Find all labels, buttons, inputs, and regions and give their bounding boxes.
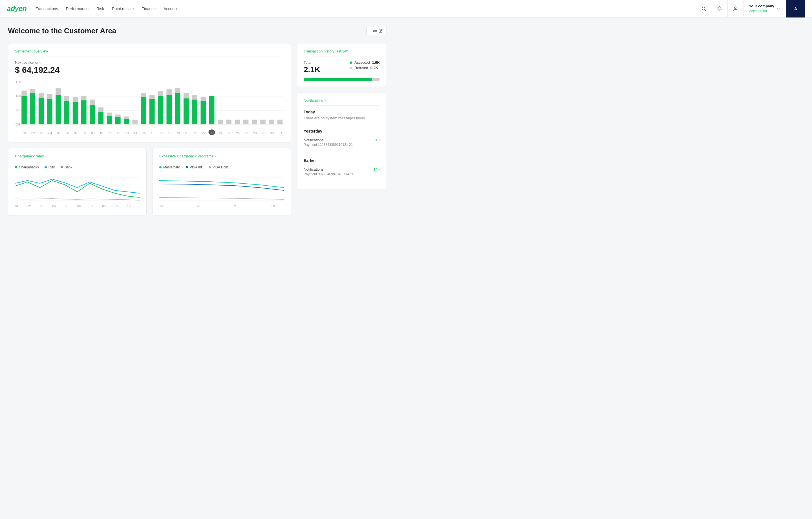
total-value: 2.1K <box>303 65 320 74</box>
svg-text:18: 18 <box>168 132 171 135</box>
svg-text:0M: 0M <box>16 123 20 126</box>
txn-bar-refused <box>372 78 380 81</box>
earlier-notif-row: Notifications Payment 9872340987342 7347… <box>303 164 380 179</box>
visa-dom-label: VISA Dom. <box>212 165 229 169</box>
svg-text:11: 11 <box>108 132 112 135</box>
svg-text:12: 12 <box>117 132 120 135</box>
today-label: Today <box>303 110 380 114</box>
mastercard-label: Mastercard <box>163 165 180 169</box>
navbar: adyen Transactions Performance Risk Poin… <box>0 0 812 18</box>
txn-legend: Accepted 1.9K Refused 0.2K <box>350 60 380 70</box>
nav-risk[interactable]: Risk <box>96 5 104 12</box>
svg-text:04: 04 <box>53 205 56 208</box>
svg-rect-42 <box>158 96 163 125</box>
visa-int-label: VISA Int. <box>190 165 203 169</box>
yesterday-notif-count[interactable]: 4 › <box>376 138 380 142</box>
notifications-card: Notifications › Today There are no syste… <box>297 92 387 189</box>
svg-text:17: 17 <box>159 132 163 135</box>
bottom-grid: Chargeback rates Chargebacks Risk <box>8 148 291 216</box>
svg-rect-11 <box>22 96 27 125</box>
svg-text:21: 21 <box>194 132 197 135</box>
svg-rect-55 <box>218 119 223 125</box>
svg-text:15: 15 <box>159 205 163 208</box>
next-settlement-label: Next settlement <box>15 60 284 64</box>
chargeback-card: Chargeback rates Chargebacks Risk <box>8 148 147 216</box>
svg-text:01: 01 <box>23 132 27 135</box>
svg-text:05: 05 <box>57 132 61 135</box>
user-icon-button[interactable] <box>727 0 743 18</box>
excessive-chargeback-card: Excessive Chargeback Programs › Masterca… <box>152 148 291 216</box>
dashboard-grid: Settlement overview › Next settlement $ … <box>8 43 387 216</box>
earlier-notif-count[interactable]: 14 › <box>374 167 380 171</box>
svg-rect-53 <box>200 97 206 101</box>
svg-text:26: 26 <box>236 132 240 135</box>
visa-int-legend: VISA Int. <box>186 165 203 169</box>
accepted-legend-row: Accepted 1.9K <box>350 60 380 64</box>
svg-rect-51 <box>192 95 197 100</box>
svg-rect-21 <box>64 101 70 125</box>
svg-rect-43 <box>158 91 163 96</box>
refused-value: 0.2K <box>371 66 378 70</box>
svg-text:04: 04 <box>49 132 52 135</box>
svg-text:08: 08 <box>102 205 106 208</box>
svg-text:25: 25 <box>228 132 231 135</box>
today-empty: There are no system messages today <box>303 116 380 120</box>
notifications-title[interactable]: Notifications › <box>303 99 380 103</box>
svg-line-1 <box>705 9 706 11</box>
svg-rect-60 <box>260 119 266 125</box>
svg-rect-17 <box>47 99 53 125</box>
svg-text:20: 20 <box>197 205 200 208</box>
excessive-chargeback-title[interactable]: Excessive Chargeback Programs › <box>159 154 284 158</box>
svg-text:28: 28 <box>253 132 257 135</box>
txn-history-title[interactable]: Transaction history last 24h › <box>303 49 380 53</box>
svg-rect-56 <box>226 119 231 125</box>
svg-text:15: 15 <box>142 132 146 135</box>
svg-text:150: 150 <box>16 81 21 84</box>
account-selector[interactable]: Your company Account2601 <box>743 0 786 18</box>
nav-account[interactable]: Account <box>164 5 178 12</box>
svg-rect-23 <box>73 102 78 125</box>
nav-pos[interactable]: Point of sale <box>112 5 134 12</box>
nav-links: Transactions Performance Risk Point of s… <box>35 5 696 12</box>
svg-rect-36 <box>124 116 129 119</box>
svg-text:07: 07 <box>74 132 78 135</box>
svg-text:14: 14 <box>134 132 137 135</box>
svg-text:02: 02 <box>27 205 31 208</box>
svg-rect-62 <box>278 119 283 125</box>
chargeback-title[interactable]: Chargeback rates <box>15 154 140 158</box>
svg-rect-39 <box>141 93 146 97</box>
adyen-logo: adyen <box>7 4 27 13</box>
nav-transactions[interactable]: Transactions <box>35 5 58 12</box>
svg-rect-35 <box>124 119 129 125</box>
svg-text:29: 29 <box>262 132 265 135</box>
svg-rect-38 <box>141 97 146 125</box>
svg-rect-61 <box>269 119 274 125</box>
svg-text:50: 50 <box>16 109 19 112</box>
nav-finance[interactable]: Finance <box>142 5 156 12</box>
chargeback-legend: Chargebacks Risk Bank <box>15 165 140 169</box>
svg-rect-33 <box>115 117 121 125</box>
yesterday-section: Yesterday Notifications Payment 12238483… <box>303 129 380 149</box>
search-button[interactable] <box>696 0 712 18</box>
svg-text:06: 06 <box>65 132 69 135</box>
risk-dot <box>45 166 47 168</box>
svg-text:05: 05 <box>65 205 68 208</box>
chargeback-legend-bank: Bank <box>61 165 72 169</box>
svg-rect-48 <box>183 99 189 125</box>
edit-button[interactable]: Edit <box>367 27 387 35</box>
settlement-card: Settlement overview › Next settlement $ … <box>8 43 291 142</box>
visa-int-dot <box>186 166 188 168</box>
avatar-button[interactable]: A <box>786 0 805 18</box>
svg-rect-47 <box>175 88 180 93</box>
bell-button[interactable] <box>712 0 727 18</box>
svg-text:22: 22 <box>202 132 206 135</box>
settlement-amount: $ 64,192.24 <box>15 65 284 75</box>
svg-rect-52 <box>200 101 206 125</box>
yesterday-payment: Payment 1223848389219121 21 <box>303 143 353 147</box>
settlement-title[interactable]: Settlement overview › <box>15 49 284 53</box>
chargebacks-dot <box>15 166 17 168</box>
svg-rect-25 <box>81 101 87 125</box>
nav-performance[interactable]: Performance <box>66 5 89 12</box>
svg-rect-44 <box>166 95 172 125</box>
svg-rect-22 <box>64 96 70 101</box>
